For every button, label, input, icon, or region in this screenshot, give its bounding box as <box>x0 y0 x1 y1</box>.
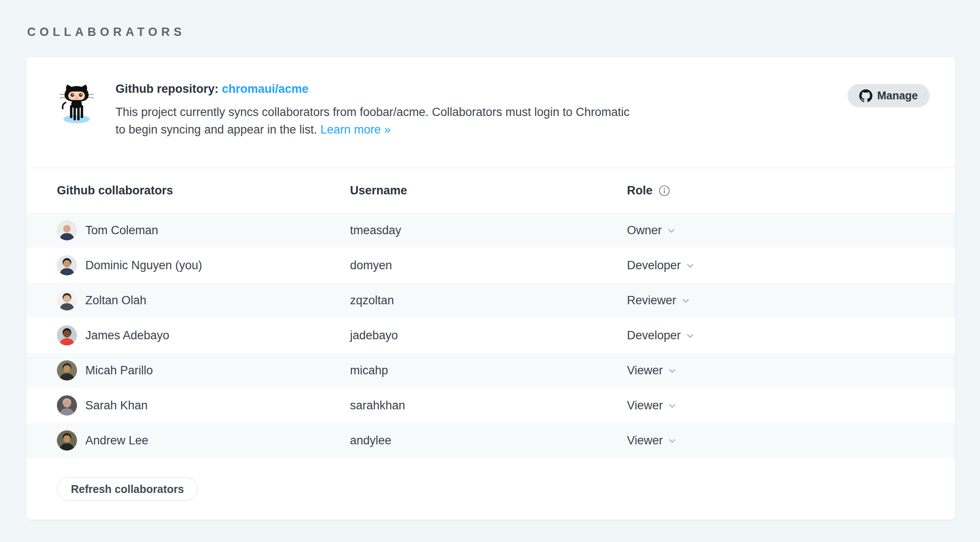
role-select[interactable]: Developer <box>627 259 695 272</box>
chevron-down-icon <box>686 330 695 341</box>
table-row: Micah Parillo micahp Viewer <box>26 353 955 388</box>
role-select[interactable]: Developer <box>627 329 695 342</box>
collaborator-name: Zoltan Olah <box>85 294 147 307</box>
role-value: Reviewer <box>627 294 676 307</box>
card-footer: Refresh collaborators <box>26 458 955 501</box>
collaborator-username: micahp <box>350 364 627 377</box>
role-select[interactable]: Viewer <box>627 364 677 377</box>
avatar <box>57 395 77 415</box>
github-mark-icon <box>859 89 872 102</box>
collaborator-name: Sarah Khan <box>85 399 148 412</box>
collaborators-card: Github repository: chromaui/acme This pr… <box>26 57 955 520</box>
role-value: Developer <box>627 329 681 342</box>
collaborator-username: sarahkhan <box>350 399 627 412</box>
collaborator-name: Dominic Nguyen (you) <box>85 259 202 272</box>
github-octocat-illustration <box>57 81 96 124</box>
table-row: James Adebayo jadebayo Developer <box>26 318 955 353</box>
collaborator-name: James Adebayo <box>85 329 169 342</box>
refresh-collaborators-button[interactable]: Refresh collaborators <box>57 477 198 501</box>
role-select[interactable]: Owner <box>627 224 676 237</box>
github-panel-text: Github repository: chromaui/acme This pr… <box>116 81 632 138</box>
github-sync-panel: Github repository: chromaui/acme This pr… <box>26 57 955 168</box>
header-username: Username <box>350 184 627 197</box>
learn-more-link[interactable]: Learn more » <box>320 123 391 136</box>
collaborator-username: domyen <box>350 259 627 272</box>
sync-description: This project currently syncs collaborato… <box>116 103 632 138</box>
chevron-down-icon <box>681 295 690 306</box>
avatar <box>57 255 77 275</box>
chevron-down-icon <box>668 435 677 446</box>
repo-title-label: Github repository: <box>116 82 219 95</box>
avatar <box>57 220 77 240</box>
info-icon[interactable] <box>658 185 670 197</box>
avatar <box>57 290 77 310</box>
page-title: COLLABORATORS <box>27 25 186 39</box>
avatar <box>57 360 77 380</box>
table-row: Tom Coleman tmeasday Owner <box>26 213 955 248</box>
repo-title-line: Github repository: chromaui/acme <box>116 82 632 96</box>
avatar <box>57 325 77 345</box>
header-collaborators: Github collaborators <box>57 184 350 197</box>
repo-link[interactable]: chromaui/acme <box>222 82 308 95</box>
table-row: Sarah Khan sarahkhan Viewer <box>26 388 955 423</box>
role-value: Viewer <box>627 399 663 412</box>
chevron-down-icon <box>668 400 677 411</box>
collaborator-username: zqzoltan <box>350 294 627 307</box>
manage-button-label: Manage <box>877 89 918 102</box>
chevron-down-icon <box>668 365 677 376</box>
header-role: Role <box>627 184 653 197</box>
role-select[interactable]: Viewer <box>627 399 677 412</box>
chevron-down-icon <box>667 225 676 236</box>
collaborator-name: Andrew Lee <box>85 434 148 447</box>
chevron-down-icon <box>686 260 695 271</box>
collaborator-username: andylee <box>350 434 627 447</box>
role-select[interactable]: Viewer <box>627 434 677 447</box>
role-value: Viewer <box>627 434 663 447</box>
table-header: Github collaborators Username Role <box>26 168 955 213</box>
manage-button[interactable]: Manage <box>847 84 930 107</box>
table-row: Zoltan Olah zqzoltan Reviewer <box>26 283 955 318</box>
collaborator-username: jadebayo <box>350 329 627 342</box>
role-value: Owner <box>627 224 662 237</box>
avatar <box>57 430 77 450</box>
role-select[interactable]: Reviewer <box>627 294 690 307</box>
role-value: Developer <box>627 259 681 272</box>
table-row: Andrew Lee andylee Viewer <box>26 423 955 458</box>
table-row: Dominic Nguyen (you) domyen Developer <box>26 248 955 283</box>
collaborator-name: Micah Parillo <box>85 364 153 377</box>
collaborator-username: tmeasday <box>350 224 627 237</box>
role-value: Viewer <box>627 364 663 377</box>
collaborator-name: Tom Coleman <box>85 224 158 237</box>
